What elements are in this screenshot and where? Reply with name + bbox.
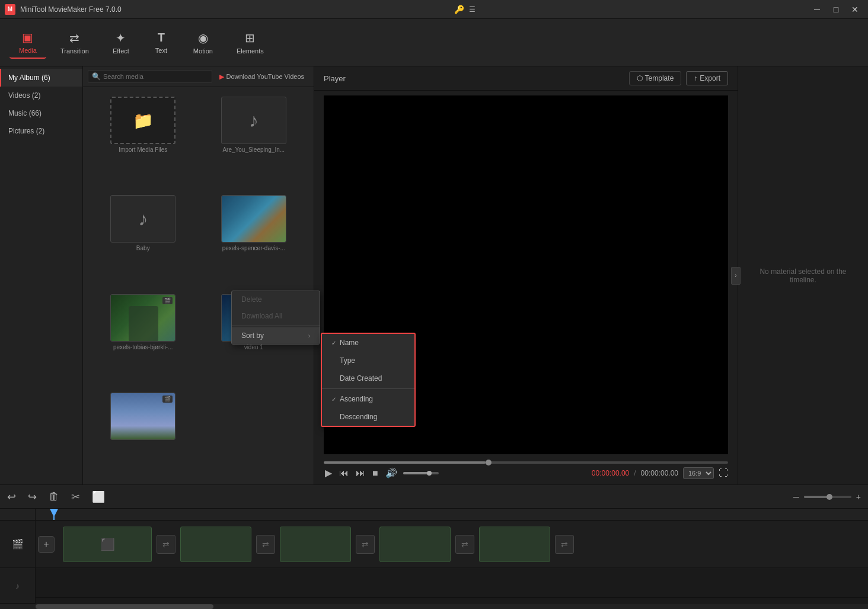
- maximize-button[interactable]: □: [828, 4, 844, 15]
- clip-arrow-1[interactable]: ⇄: [157, 535, 175, 554]
- menu-icon[interactable]: ☰: [469, 5, 476, 14]
- are-you-sleeping-item[interactable]: ♪ Are_You_Sleeping_In...: [199, 92, 309, 190]
- cut-button[interactable]: ✂: [69, 488, 82, 506]
- playback-controls: ▶ ⏮ ⏭ ■ 🔊: [324, 466, 439, 480]
- pexels-tobias-item[interactable]: 🎬 pexels-tobias-bjørkli-...: [88, 289, 199, 388]
- progress-thumb[interactable]: [486, 460, 492, 465]
- horizontal-scrollbar[interactable]: [0, 604, 868, 609]
- zoom-fill: [804, 496, 828, 498]
- redo-button[interactable]: ↪: [25, 488, 39, 506]
- clip-arrow-2[interactable]: ⇄: [256, 535, 275, 554]
- fullscreen-button[interactable]: ⛶: [719, 468, 728, 479]
- context-delete[interactable]: Delete: [232, 291, 320, 308]
- balloon-item[interactable]: 🎬: [88, 388, 199, 480]
- export-button[interactable]: ↑ Export: [686, 71, 728, 85]
- track-clip-1[interactable]: ⬛: [63, 527, 152, 562]
- no-material-text: No material selected on the timeline.: [738, 258, 868, 294]
- toolbar-motion[interactable]: ◉ Motion: [184, 27, 222, 58]
- player-header-buttons: ⬡ Template ↑ Export: [629, 71, 728, 85]
- time-current: 00:00:00.00: [592, 469, 629, 477]
- timeline-toolbar: ↩ ↪ 🗑 ✂ ⬜ ─ +: [0, 485, 868, 509]
- track-clip-4[interactable]: [379, 527, 451, 562]
- submenu-name[interactable]: ✓ Name: [322, 334, 414, 352]
- template-button[interactable]: ⬡ Template: [629, 71, 682, 85]
- toolbar-transition[interactable]: ⇄ Transition: [51, 27, 98, 58]
- film-icon: 🎬: [12, 538, 24, 550]
- sidebar-item-my-album[interactable]: My Album (6): [0, 69, 82, 87]
- name-check: ✓: [331, 340, 336, 346]
- video-badge-1: 🎬: [162, 297, 173, 304]
- search-input[interactable]: [103, 73, 208, 80]
- toolbar-text[interactable]: T Text: [143, 27, 179, 58]
- volume-thumb[interactable]: [427, 471, 432, 476]
- skip-back-button[interactable]: ⏮: [338, 467, 350, 480]
- export-icon: ↑: [694, 74, 697, 82]
- toolbar-elements[interactable]: ⊞ Elements: [227, 27, 273, 58]
- sidebar-item-videos[interactable]: Videos (2): [0, 87, 82, 104]
- baby-label: Baby: [136, 245, 150, 251]
- submenu-type[interactable]: ✓ Type: [322, 352, 414, 369]
- toolbar-media[interactable]: ▣ Media: [9, 27, 46, 59]
- aspect-ratio-select[interactable]: 16:9: [683, 467, 714, 479]
- stop-button[interactable]: ■: [371, 467, 379, 480]
- content-area: My Album (6) Videos (2) Music (66) Pictu…: [0, 66, 868, 484]
- track-clip-2[interactable]: [180, 527, 251, 562]
- video1-label: video 1: [244, 344, 263, 350]
- right-panel-toggle[interactable]: ›: [731, 267, 741, 285]
- zoom-out-button[interactable]: ─: [791, 490, 802, 504]
- template-label: Template: [645, 74, 674, 82]
- playhead-line: [53, 509, 55, 520]
- play-button[interactable]: ▶: [324, 466, 333, 480]
- sidebar-item-music[interactable]: Music (66): [0, 104, 82, 122]
- track-clip-5[interactable]: [479, 527, 550, 562]
- music-icon-1: ♪: [249, 110, 259, 132]
- submenu-date-created[interactable]: ✓ Date Created: [322, 369, 414, 387]
- youtube-icon: ▶: [219, 73, 224, 81]
- zoom-slider[interactable]: [804, 496, 851, 498]
- download-all-label: Download All: [241, 312, 282, 320]
- download-youtube-button[interactable]: ▶ Download YouTube Videos: [215, 71, 309, 82]
- close-button[interactable]: ✕: [847, 4, 863, 15]
- context-download-all[interactable]: Download All: [232, 308, 320, 324]
- aerial-thumb: [221, 195, 286, 243]
- key-icon: 🔑: [454, 5, 464, 14]
- minimize-button[interactable]: ─: [809, 4, 825, 15]
- media-toolbar: 🔍 ▶ Download YouTube Videos: [83, 66, 314, 87]
- undo-button[interactable]: ↩: [5, 488, 18, 506]
- scrollbar-thumb[interactable]: [36, 604, 213, 609]
- skip-forward-button[interactable]: ⏭: [355, 467, 366, 480]
- submenu-descending[interactable]: ✓ Descending: [322, 408, 414, 426]
- folder-icon: 📁: [133, 111, 154, 130]
- pexels-spencer-label: pexels-spencer-davis-...: [222, 245, 285, 251]
- import-media-item[interactable]: 📁 Import Media Files: [88, 92, 199, 190]
- volume-slider[interactable]: [403, 472, 439, 474]
- export-label: Export: [700, 74, 720, 82]
- progress-bar[interactable]: [324, 461, 728, 464]
- zoom-in-button[interactable]: +: [854, 490, 863, 504]
- player-header: Player ⬡ Template ↑ Export: [314, 66, 738, 91]
- search-box[interactable]: 🔍: [88, 70, 212, 83]
- toolbar-text-label: Text: [155, 47, 167, 54]
- clip-arrow-3[interactable]: ⇄: [356, 535, 375, 554]
- track-clip-3[interactable]: [280, 527, 351, 562]
- clip-arrow-4[interactable]: ⇄: [455, 535, 474, 554]
- context-sort-by[interactable]: Sort by ›: [232, 327, 320, 344]
- timeline-area: ↩ ↪ 🗑 ✂ ⬜ ─ + 🎬 ♪: [0, 484, 868, 609]
- time-separator: /: [634, 469, 636, 477]
- submenu-ascending[interactable]: ✓ Ascending: [322, 390, 414, 408]
- add-track-button[interactable]: +: [38, 536, 55, 553]
- name-label: Name: [340, 339, 359, 347]
- clip-arrow-5[interactable]: ⇄: [555, 535, 574, 554]
- sidebar-item-pictures[interactable]: Pictures (2): [0, 122, 82, 140]
- volume-button[interactable]: 🔊: [384, 466, 398, 480]
- crop-button[interactable]: ⬜: [90, 488, 107, 506]
- sidebar: My Album (6) Videos (2) Music (66) Pictu…: [0, 66, 83, 484]
- pexels-spencer-item[interactable]: pexels-spencer-davis-...: [199, 190, 309, 289]
- baby-item[interactable]: ♪ Baby: [88, 190, 199, 289]
- zoom-thumb[interactable]: [826, 494, 832, 500]
- video-track-row: + ⬛ ⇄ ⇄ ⇄ ⇄ ⇄: [36, 521, 868, 568]
- date-created-label: Date Created: [340, 374, 382, 382]
- delete-button[interactable]: 🗑: [46, 488, 62, 505]
- toolbar-effect[interactable]: ✦ Effect: [103, 27, 139, 58]
- balloon-thumb: 🎬: [110, 393, 175, 440]
